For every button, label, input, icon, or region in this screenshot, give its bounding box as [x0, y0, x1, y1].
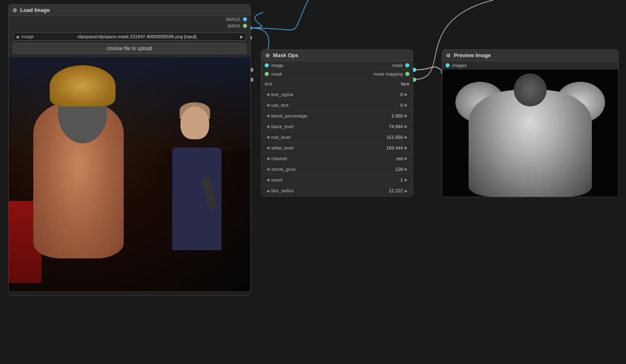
image-input-label: image — [271, 63, 284, 68]
param-text-sigma-name: text_sigma — [271, 92, 378, 97]
blur-radius-right-arrow[interactable]: ▶ — [403, 189, 409, 193]
param-blend-value: 1.000 — [378, 113, 403, 118]
invert-left-arrow[interactable]: ◀ — [265, 177, 271, 182]
wrestler-image — [9, 57, 250, 291]
param-blur-name: blur_radius — [271, 188, 378, 193]
preview-image-header: Preview Image — [442, 50, 618, 61]
mid-level-right-arrow[interactable]: ▶ — [403, 135, 409, 139]
mask-output-connector-right[interactable] — [405, 63, 409, 67]
image-output-row: IMAGE — [9, 16, 250, 23]
shrink-grow-left-arrow[interactable]: ◀ — [265, 167, 271, 171]
mask-io-row: mask mask mapping — [261, 70, 413, 78]
param-black-value: 74.944 — [378, 124, 403, 129]
text-sigma-right-arrow[interactable]: ▶ — [403, 92, 409, 97]
preview-silhouette — [442, 69, 618, 197]
mid-level-left-arrow[interactable]: ◀ — [265, 135, 271, 139]
load-image-preview — [9, 57, 250, 291]
black-level-left-arrow[interactable]: ◀ — [265, 124, 271, 129]
mask-input-side: mask — [265, 71, 373, 76]
param-channel-name: channel — [271, 156, 378, 161]
param-text-sigma-value: 0 — [378, 92, 403, 97]
black-level-right-arrow[interactable]: ▶ — [403, 124, 409, 129]
mask-ops-status-dot — [266, 53, 270, 58]
next-file-arrow[interactable]: ▶ — [240, 35, 243, 39]
prev-file-arrow[interactable]: ◀ — [16, 35, 19, 39]
load-image-header: Load Image — [9, 5, 250, 16]
image-output-connector[interactable] — [243, 17, 247, 21]
image-footer — [9, 291, 250, 295]
mask-mapping-label: mask mapping — [373, 71, 403, 76]
file-type-label: image — [21, 34, 34, 39]
param-use-text-value: 0 — [378, 103, 403, 108]
param-black-name: black_level — [271, 124, 378, 129]
param-blend-name: blend_percentage — [271, 113, 378, 118]
image-output-label: IMAGE — [226, 17, 240, 22]
mask-output-side: mask — [392, 63, 409, 68]
params-section: text face ◀ text_sigma 0 ▶ ◀ use_text 0 … — [261, 78, 413, 196]
white-level-left-arrow[interactable]: ◀ — [265, 145, 271, 150]
mask-output-connector[interactable] — [243, 24, 247, 28]
param-blur-radius: ◀ blur_radius 12.222 ▶ — [261, 185, 413, 196]
preview-images-row: images — [442, 61, 618, 69]
param-black-level: ◀ black_level 74.944 ▶ — [261, 121, 413, 132]
param-white-name: white_level — [271, 145, 378, 150]
mask-input-connector[interactable] — [265, 72, 269, 76]
load-image-title: Load Image — [20, 7, 50, 13]
suit-person-head — [180, 106, 209, 139]
images-input-label: images — [452, 63, 467, 68]
param-text-value: face — [401, 81, 409, 86]
wrestler-hair — [50, 65, 115, 106]
param-mid-name: mid_level — [271, 135, 378, 140]
load-image-controls: ◀ image clipspace/clipspace-mask-231947.… — [9, 29, 250, 57]
text-sigma-left-arrow[interactable]: ◀ — [265, 92, 271, 97]
blur-radius-left-arrow[interactable]: ◀ — [265, 189, 271, 193]
load-image-node: Load Image IMAGE MASK ◀ image clipspace/… — [8, 4, 251, 295]
param-mid-level: ◀ mid_level 151.056 ▶ — [261, 132, 413, 143]
param-shrink-value: 128 — [378, 167, 403, 172]
mask-mapping-side: mask mapping — [373, 71, 409, 76]
image-input-connector[interactable] — [265, 63, 269, 67]
blend-percentage-right-arrow[interactable]: ▶ — [403, 113, 409, 118]
channel-right-arrow[interactable]: ▶ — [403, 156, 409, 161]
white-level-right-arrow[interactable]: ▶ — [403, 145, 409, 150]
file-nav-row: ◀ image clipspace/clipspace-mask-231947.… — [13, 32, 246, 41]
param-white-level: ◀ white_level 169.444 ▶ — [261, 143, 413, 153]
images-input-connector[interactable] — [446, 63, 450, 67]
use-text-left-arrow[interactable]: ◀ — [265, 103, 271, 107]
param-blend-percentage: ◀ blend_percentage 1.000 ▶ — [261, 111, 413, 121]
preview-image-node: Preview Image images — [442, 49, 619, 197]
param-blur-value: 12.222 — [378, 188, 403, 193]
image-input-side: image — [265, 63, 392, 68]
preview-status-dot — [446, 53, 450, 58]
file-name-display: clipspace/clipspace-mask-231947.40000000… — [36, 34, 238, 39]
mask-output-label: MASK — [228, 23, 240, 28]
param-text: text face — [261, 78, 413, 89]
mask-ops-title: Mask Ops — [273, 52, 298, 58]
mask-mapping-connector[interactable] — [405, 72, 409, 76]
mask-output-row: MASK — [9, 23, 250, 29]
suit-person — [168, 127, 226, 250]
mask-input-label: mask — [271, 71, 282, 76]
mask-ops-node: Mask Ops image mask mask mask mapping te… — [261, 49, 413, 196]
mask-output-label-right: mask — [392, 63, 403, 68]
blend-percentage-left-arrow[interactable]: ◀ — [265, 113, 271, 118]
param-white-value: 169.444 — [378, 145, 403, 150]
param-shrink-grow: ◀ shrink_grow 128 ▶ — [261, 164, 413, 175]
use-text-right-arrow[interactable]: ▶ — [403, 103, 409, 107]
param-channel-value: red — [378, 156, 403, 161]
load-image-status-dot — [13, 8, 17, 12]
param-mid-value: 151.056 — [378, 135, 403, 140]
preview-image-canvas — [442, 69, 618, 197]
param-text-sigma: ◀ text_sigma 0 ▶ — [261, 89, 413, 100]
param-use-text: ◀ use_text 0 ▶ — [261, 100, 413, 111]
channel-left-arrow[interactable]: ◀ — [265, 156, 271, 161]
upload-button[interactable]: choose file to upload — [13, 43, 246, 54]
silhouette-head — [514, 74, 547, 106]
shrink-grow-right-arrow[interactable]: ▶ — [403, 167, 409, 171]
invert-right-arrow[interactable]: ▶ — [403, 177, 409, 182]
image-io-row: image mask — [261, 61, 413, 70]
param-invert: ◀ invert 1 ▶ — [261, 175, 413, 185]
preview-image-title: Preview Image — [454, 52, 491, 58]
param-invert-value: 1 — [378, 177, 403, 182]
param-text-name: text — [265, 81, 401, 86]
